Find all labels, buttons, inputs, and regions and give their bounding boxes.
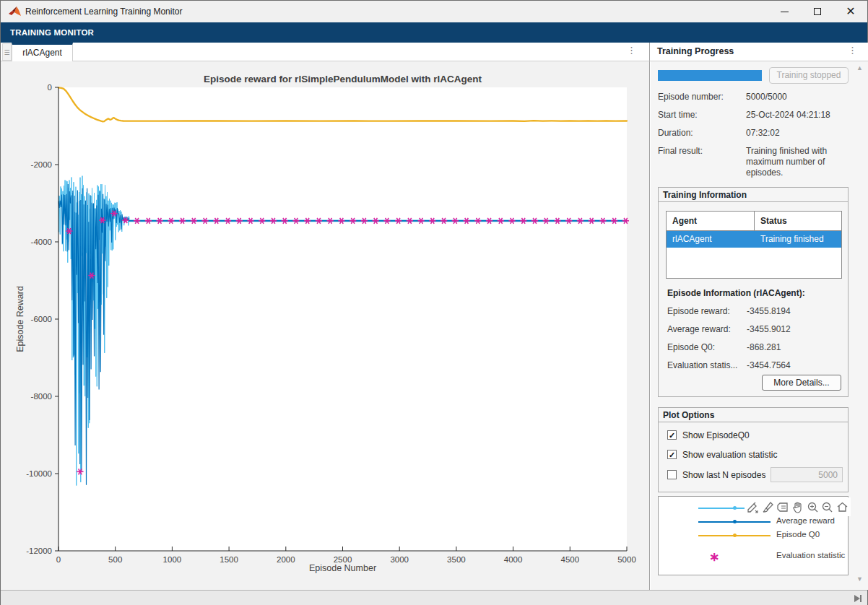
svg-text:-6000: -6000 bbox=[31, 315, 52, 323]
checkbox-label: Show last N episodes bbox=[682, 470, 765, 480]
duration-value: 07:32:02 bbox=[746, 128, 849, 139]
legend-item-average-reward[interactable]: Average reward bbox=[659, 516, 848, 528]
checkbox-icon: ✓ bbox=[667, 430, 677, 440]
last-n-episodes-input[interactable]: 5000 bbox=[771, 467, 843, 482]
svg-text:-4000: -4000 bbox=[31, 238, 52, 246]
document-tab-strip: ☰ rlACAgent ⋮ bbox=[1, 43, 650, 61]
checkbox-label: Show EpisodeQ0 bbox=[682, 430, 750, 440]
final-result-value: Training finished with maximum number of… bbox=[746, 146, 849, 178]
brush-icon[interactable] bbox=[761, 500, 775, 514]
window-title: Reinforcement Learning Training Monitor bbox=[25, 1, 182, 22]
episode-reward-label: Episode reward: bbox=[667, 306, 730, 316]
chart-y-axis-label: Episode Reward bbox=[15, 279, 25, 359]
restore-view-icon[interactable] bbox=[836, 500, 849, 514]
chart-document-area: 0-2000-4000-6000-8000-10000-120000500100… bbox=[1, 61, 650, 590]
tab-strip-row: ☰ rlACAgent ⋮ Training Progress ⋮ bbox=[1, 43, 867, 61]
evaluation-statistic-value: -3454.7564 bbox=[747, 360, 791, 370]
start-time-value: 25-Oct-2024 04:21:18 bbox=[746, 110, 849, 121]
legend-item-episode-q0[interactable]: Episode Q0 bbox=[659, 530, 848, 541]
reward-chart[interactable]: 0-2000-4000-6000-8000-10000-120000500100… bbox=[1, 61, 650, 590]
export-icon[interactable] bbox=[746, 500, 760, 514]
panel-scroll-down-icon[interactable]: ▼ bbox=[856, 575, 863, 583]
episode-q0-value: -868.281 bbox=[747, 342, 781, 352]
close-button[interactable]: ✕ bbox=[834, 1, 867, 22]
legend-dot-swatch bbox=[733, 520, 737, 523]
start-time-label: Start time: bbox=[658, 110, 698, 120]
average-reward-value: -3455.9012 bbox=[747, 324, 791, 334]
agent-cell: rlACAgent bbox=[667, 231, 755, 248]
panel-title: Training Progress bbox=[657, 43, 734, 61]
zoom-out-icon[interactable] bbox=[820, 500, 834, 514]
minimize-button[interactable] bbox=[768, 1, 801, 22]
app-window: Reinforcement Learning Training Monitor … bbox=[0, 0, 868, 605]
plot-options-title: Plot Options bbox=[659, 408, 848, 422]
table-header-row: Agent Status bbox=[667, 212, 841, 231]
status-cell: Training finished bbox=[755, 231, 824, 248]
datatips-icon[interactable] bbox=[776, 500, 789, 514]
scroll-to-end-icon[interactable] bbox=[853, 593, 863, 604]
episode-q0-label: Episode Q0: bbox=[667, 342, 715, 352]
training-information-title: Training Information bbox=[659, 188, 848, 202]
svg-text:-2000: -2000 bbox=[31, 160, 52, 169]
duration-label: Duration: bbox=[658, 128, 693, 138]
training-progress-panel-header: Training Progress ⋮ bbox=[650, 43, 868, 61]
pan-icon[interactable] bbox=[791, 500, 804, 514]
evaluation-statistic-label: Evaluation statis... bbox=[667, 360, 737, 370]
chart-title: Episode reward for rlSimplePendulumModel… bbox=[58, 74, 627, 84]
axes-toolbar bbox=[745, 497, 851, 516]
svg-text:-12000: -12000 bbox=[26, 547, 52, 555]
zoom-in-icon[interactable] bbox=[806, 500, 820, 514]
training-information-section: Training Information Agent Status rlACAg… bbox=[658, 187, 849, 397]
column-header-status: Status bbox=[755, 212, 787, 230]
svg-text:0: 0 bbox=[48, 83, 52, 92]
panel-options-menu-icon[interactable]: ⋮ bbox=[848, 45, 857, 56]
average-reward-label: Average reward: bbox=[667, 324, 731, 334]
final-result-label: Final result: bbox=[658, 146, 703, 156]
maximize-button[interactable] bbox=[801, 1, 834, 22]
plot-options-section: Plot Options ✓ Show EpisodeQ0 ✓ Show eva… bbox=[658, 407, 849, 492]
episode-number-label: Episode number: bbox=[658, 92, 724, 102]
close-icon: ✕ bbox=[846, 5, 855, 17]
tabstrip-overflow-menu-icon[interactable]: ⋮ bbox=[627, 45, 636, 56]
legend-item-evaluation-statistic[interactable]: ∗ Evaluation statistic bbox=[659, 551, 848, 562]
more-details-button[interactable]: More Details... bbox=[762, 375, 841, 391]
checkbox-icon: ✓ bbox=[667, 450, 677, 459]
tab-grip-handle[interactable]: ☰ bbox=[2, 43, 12, 61]
matlab-logo-icon bbox=[9, 6, 22, 17]
toolstrip-ribbon: TRAINING MONITOR bbox=[1, 22, 867, 43]
maximize-icon bbox=[814, 8, 821, 15]
training-progress-panel: ▲ ▼ Training stopped Episode number: 500… bbox=[651, 61, 868, 590]
training-stopped-button[interactable]: Training stopped bbox=[769, 67, 849, 84]
episode-information-title: Episode Information (rlACAgent): bbox=[667, 288, 805, 298]
panel-scroll-up-icon[interactable]: ▲ bbox=[856, 64, 863, 71]
episode-reward-value: -3455.8194 bbox=[747, 306, 791, 316]
checkbox-icon bbox=[667, 470, 677, 479]
svg-text:-8000: -8000 bbox=[31, 392, 52, 401]
checkbox-label: Show evaluation statistic bbox=[682, 450, 777, 460]
agent-status-table: Agent Status rlACAgent Training finished bbox=[666, 211, 842, 279]
episode-number-value: 5000/5000 bbox=[746, 92, 849, 103]
training-progress-bar bbox=[658, 70, 762, 81]
svg-text:-10000: -10000 bbox=[26, 469, 52, 478]
legend-dot-swatch bbox=[733, 506, 737, 510]
column-header-agent: Agent bbox=[667, 212, 755, 230]
table-row-rlacagent[interactable]: rlACAgent Training finished bbox=[667, 231, 841, 248]
legend-asterisk-swatch: ∗ bbox=[709, 549, 719, 565]
ribbon-tab-training-monitor[interactable]: TRAINING MONITOR bbox=[10, 22, 94, 43]
tab-rlacagent[interactable]: rlACAgent bbox=[12, 43, 73, 61]
chart-x-axis-label: Episode Number bbox=[58, 563, 627, 573]
legend-dot-swatch bbox=[733, 534, 737, 537]
title-bar: Reinforcement Learning Training Monitor … bbox=[1, 1, 867, 22]
bottom-scroll-strip[interactable] bbox=[1, 590, 867, 605]
minimize-icon bbox=[781, 12, 789, 12]
training-progress-bar-fill bbox=[658, 70, 762, 81]
